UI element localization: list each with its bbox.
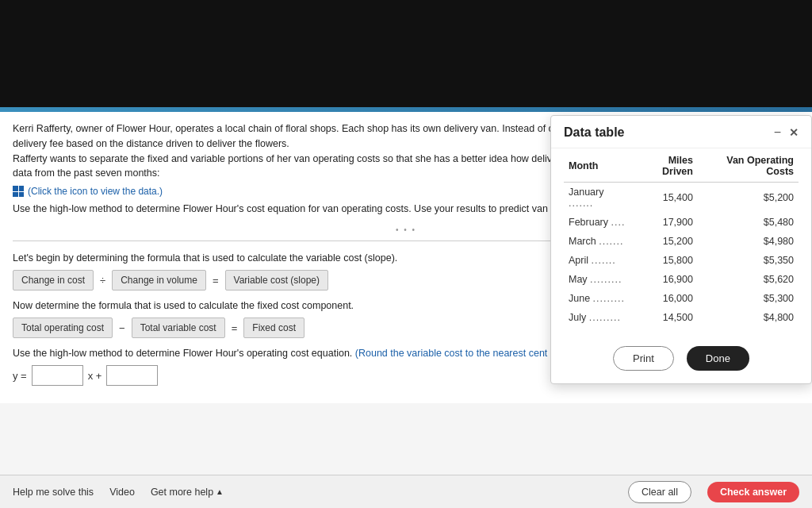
table-row: July ......... 14,500 $4,800: [564, 308, 799, 327]
table-row: February .... 17,900 $5,480: [564, 213, 799, 232]
formula1-box2: Change in volume: [112, 270, 206, 291]
check-answer-button[interactable]: Check answer: [707, 482, 799, 502]
table-row: May ......... 16,900 $5,620: [564, 270, 799, 289]
cell-miles: 15,400: [634, 183, 698, 214]
more-help-link[interactable]: Get more help ▲: [151, 487, 224, 498]
cell-month: June .........: [564, 289, 634, 308]
formula2-result: Fixed cost: [243, 318, 304, 338]
cell-cost: $5,620: [698, 270, 799, 289]
top-bar: [0, 0, 812, 107]
modal-minimize-button[interactable]: −: [774, 126, 781, 139]
done-button[interactable]: Done: [687, 346, 749, 371]
table-row: March ....... 15,200 $4,980: [564, 232, 799, 251]
cell-month: February ....: [564, 213, 634, 232]
cell-cost: $5,200: [698, 183, 799, 214]
formula1-box1: Change in cost: [13, 270, 94, 291]
col-miles: Miles Driven: [634, 148, 698, 183]
cell-month: July .........: [564, 308, 634, 327]
modal-footer: Print Done: [551, 340, 811, 371]
cell-month: May .........: [564, 270, 634, 289]
cell-miles: 16,000: [634, 289, 698, 308]
help-solve-link[interactable]: Help me solve this: [13, 487, 94, 498]
modal-title: Data table: [564, 125, 624, 140]
modal-header: Data table − ✕: [551, 116, 811, 148]
grid-icon: [13, 186, 24, 197]
table-row: April ....... 15,800 $5,350: [564, 251, 799, 270]
cell-miles: 15,800: [634, 251, 698, 270]
bottom-toolbar: Help me solve this Video Get more help ▲…: [0, 475, 812, 508]
formula2-box2: Total variable cost: [132, 318, 225, 338]
formula1-equals: =: [213, 275, 219, 287]
clear-all-button[interactable]: Clear all: [628, 481, 691, 503]
col-cost: Van Operating Costs: [698, 148, 799, 183]
cell-month: April .......: [564, 251, 634, 270]
formula2-box1: Total operating cost: [13, 318, 113, 338]
formula1-result: Variable cost (slope): [225, 270, 329, 291]
chevron-up-icon: ▲: [216, 487, 224, 496]
modal-controls: − ✕: [774, 126, 799, 139]
cell-cost: $4,800: [698, 308, 799, 327]
cell-month: March .......: [564, 232, 634, 251]
equation-input2[interactable]: [106, 365, 158, 386]
table-row: January ....... 15,400 $5,200: [564, 183, 799, 214]
y-label: y =: [13, 370, 27, 382]
x-label: x +: [88, 370, 102, 382]
table-row: June ......... 16,000 $5,300: [564, 289, 799, 308]
cell-miles: 16,900: [634, 270, 698, 289]
cell-miles: 15,200: [634, 232, 698, 251]
cell-miles: 14,500: [634, 308, 698, 327]
video-link[interactable]: Video: [109, 487, 135, 498]
data-table: Month Miles Driven Van Operating Costs J…: [564, 148, 799, 327]
formula2-operator: −: [119, 322, 125, 334]
cell-cost: $5,300: [698, 289, 799, 308]
cell-cost: $5,350: [698, 251, 799, 270]
cell-cost: $4,980: [698, 232, 799, 251]
equation-input1[interactable]: [32, 365, 83, 386]
formula1-operator: ÷: [100, 275, 105, 287]
print-button[interactable]: Print: [613, 346, 674, 371]
cell-month: January .......: [564, 183, 634, 214]
data-table-wrapper: Month Miles Driven Van Operating Costs J…: [551, 148, 811, 327]
cell-miles: 17,900: [634, 213, 698, 232]
col-month: Month: [564, 148, 634, 183]
modal-close-button[interactable]: ✕: [789, 126, 799, 139]
bottom-left-links: Help me solve this Video Get more help ▲: [13, 487, 612, 498]
formula2-equals: =: [232, 322, 238, 334]
cell-cost: $5,480: [698, 213, 799, 232]
data-table-modal: Data table − ✕ Month Miles Driven Van Op…: [550, 115, 812, 384]
